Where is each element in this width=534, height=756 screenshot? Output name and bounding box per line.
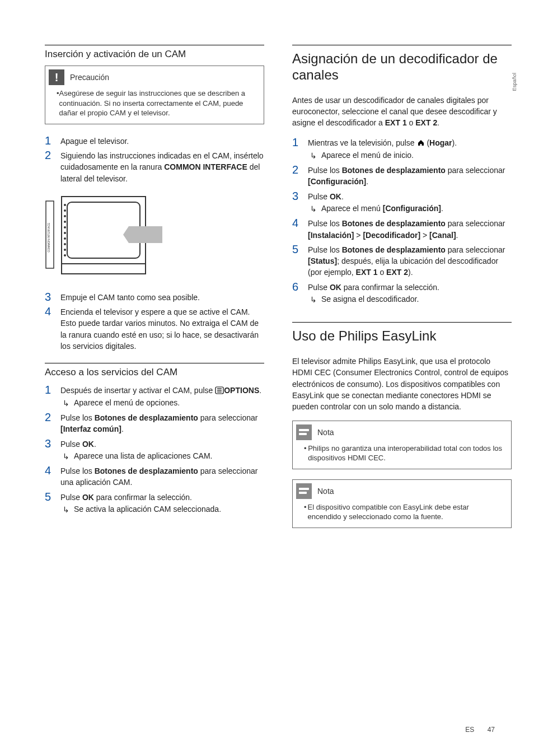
caution-box: ! Precaución •Asegúrese de seguir las in… (45, 66, 264, 124)
right-intro: Antes de usar un descodificador de canal… (292, 95, 512, 129)
step-text: Mientras ve la televisión, pulse (Hogar)… (308, 136, 457, 161)
svg-point-9 (64, 237, 66, 240)
easylink-para: El televisor admite Philips EasyLink, qu… (292, 356, 512, 412)
step-text: Pulse OK para confirmar la selección.↳Se… (60, 491, 221, 516)
step-text: Después de insertar y activar el CAM, pu… (60, 384, 261, 409)
caution-title: Precaución (70, 73, 109, 82)
svg-rect-13 (62, 264, 146, 274)
right-heading-2: Uso de Philips EasyLink (292, 328, 512, 344)
svg-marker-14 (123, 226, 162, 243)
left-heading-1: Inserción y activación de un CAM (45, 49, 264, 60)
steps-right: 1Mientras ve la televisión, pulse (Hogar… (292, 136, 512, 305)
step-text: Pulse OK.↳Aparece el menú [Configuración… (308, 190, 443, 215)
step-text: Siguiendo las instrucciones indicadas en… (60, 149, 264, 184)
svg-point-3 (64, 204, 66, 206)
svg-point-11 (64, 249, 66, 251)
step-text: Empuje el CAM tanto como sea posible. (60, 291, 200, 303)
svg-point-12 (64, 254, 66, 256)
svg-point-5 (64, 215, 66, 217)
left-heading-2: Acceso a los servicios del CAM (45, 367, 264, 378)
svg-point-10 (64, 243, 66, 245)
step-text: Pulse OK para confirmar la selección.↳Se… (308, 281, 439, 306)
step-text: Pulse los Botones de desplazamiento para… (308, 164, 512, 188)
page-footer: ES 47 (465, 726, 495, 734)
step-text: Pulse los Botones de desplazamiento para… (308, 243, 512, 278)
note-icon (296, 424, 312, 440)
figure-slot-label: COMMON INTERFACE (47, 222, 50, 252)
steps-b: 3Empuje el CAM tanto como sea posible.4E… (45, 291, 264, 352)
footer-page: 47 (488, 726, 495, 734)
note-1-text: Philips no garantiza una interoperabilid… (308, 444, 504, 463)
right-column: Asignación de un decodificador de canale… (292, 45, 512, 538)
svg-point-6 (64, 221, 66, 223)
note-2-text: El dispositivo compatible con EasyLink d… (308, 502, 504, 522)
language-tab: Español (512, 73, 517, 91)
note-box-1: Nota •Philips no garantiza una interoper… (292, 421, 512, 469)
note-icon (296, 483, 312, 499)
svg-point-4 (64, 209, 66, 212)
svg-point-8 (64, 232, 66, 234)
step-text: Apague el televisor. (60, 134, 129, 147)
note-title-2: Nota (317, 487, 334, 496)
note-title-1: Nota (317, 428, 334, 437)
right-heading-1: Asignación de un decodificador de canale… (292, 51, 512, 83)
step-text: Pulse OK.↳Aparece una lista de aplicacio… (60, 437, 212, 463)
step-text: Pulse los Botones de desplazamiento para… (60, 411, 264, 435)
left-column: Inserción y activación de un CAM ! Preca… (45, 45, 264, 538)
steps-c: 1Después de insertar y activar el CAM, p… (45, 384, 264, 515)
step-text: Pulse los Botones de desplazamiento para… (308, 217, 512, 241)
step-text: Pulse los Botones de desplazamiento para… (60, 464, 264, 488)
caution-text: Asegúrese de seguir las instrucciones qu… (59, 88, 257, 118)
steps-a: 1Apague el televisor.2Siguiendo las inst… (45, 134, 264, 184)
caution-icon: ! (49, 69, 64, 85)
common-interface-figure: COMMON INTERFACE (45, 195, 264, 279)
note-box-2: Nota •El dispositivo compatible con Easy… (292, 479, 512, 528)
svg-point-7 (64, 226, 66, 228)
step-text: Encienda el televisor y espere a que se … (60, 305, 264, 352)
footer-lang: ES (465, 726, 474, 734)
